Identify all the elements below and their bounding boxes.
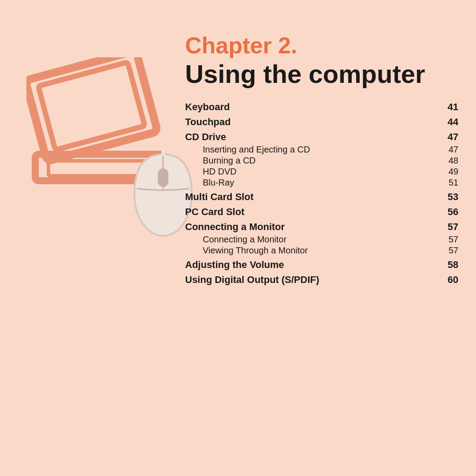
svg-rect-6 xyxy=(158,168,168,187)
toc-page: 41 xyxy=(441,101,458,113)
toc-item: Keyboard41 xyxy=(185,101,458,113)
toc-label: Burning a CD xyxy=(203,156,441,166)
toc-page: 60 xyxy=(441,274,458,286)
toc-page: 48 xyxy=(441,156,458,166)
toc-label: Keyboard xyxy=(185,101,441,113)
toc-label: Adjusting the Volume xyxy=(185,259,441,271)
chapter-label: Chapter 2. xyxy=(185,33,458,58)
toc-page: 58 xyxy=(441,259,458,271)
toc-label: Connecting a Monitor xyxy=(185,221,441,233)
toc-label: PC Card Slot xyxy=(185,206,441,218)
toc-label: Blu-Ray xyxy=(203,178,441,188)
toc-label: Multi Card Slot xyxy=(185,191,441,203)
toc-page: 47 xyxy=(441,131,458,143)
toc-item: HD DVD49 xyxy=(185,167,458,177)
toc-label: Inserting and Ejecting a CD xyxy=(203,145,441,155)
toc-item: Blu-Ray51 xyxy=(185,178,458,188)
toc-page: 56 xyxy=(441,206,458,218)
content-area: Chapter 2. Using the computer Keyboard41… xyxy=(185,33,458,287)
toc-page: 51 xyxy=(441,178,458,188)
toc-page: 44 xyxy=(441,116,458,128)
toc-label: CD Drive xyxy=(185,131,441,143)
toc-page: 57 xyxy=(441,234,458,245)
toc-label: Using Digital Output (S/PDIF) xyxy=(185,274,441,286)
toc-item: Connecting a Monitor57 xyxy=(185,221,458,233)
toc-page: 49 xyxy=(441,167,458,177)
toc-page: 57 xyxy=(441,245,458,256)
toc-item: Multi Card Slot53 xyxy=(185,191,458,203)
table-of-contents: Keyboard41Touchpad44CD Drive47Inserting … xyxy=(185,101,458,286)
toc-item: Adjusting the Volume58 xyxy=(185,259,458,271)
toc-label: Touchpad xyxy=(185,116,441,128)
toc-item: Burning a CD48 xyxy=(185,156,458,166)
toc-page: 57 xyxy=(441,221,458,233)
toc-label: Viewing Through a Monitor xyxy=(203,245,441,256)
toc-item: Using Digital Output (S/PDIF)60 xyxy=(185,274,458,286)
toc-item: PC Card Slot56 xyxy=(185,206,458,218)
toc-page: 53 xyxy=(441,191,458,203)
toc-item: Connecting a Monitor57 xyxy=(185,234,458,245)
toc-item: Touchpad44 xyxy=(185,116,458,128)
toc-label: HD DVD xyxy=(203,167,441,177)
toc-label: Connecting a Monitor xyxy=(203,234,441,245)
toc-item: Viewing Through a Monitor57 xyxy=(185,245,458,256)
toc-item: Inserting and Ejecting a CD47 xyxy=(185,145,458,155)
page: Chapter 2. Using the computer Keyboard41… xyxy=(0,0,476,476)
toc-item: CD Drive47 xyxy=(185,131,458,143)
chapter-title: Using the computer xyxy=(185,60,458,88)
toc-page: 47 xyxy=(441,145,458,155)
